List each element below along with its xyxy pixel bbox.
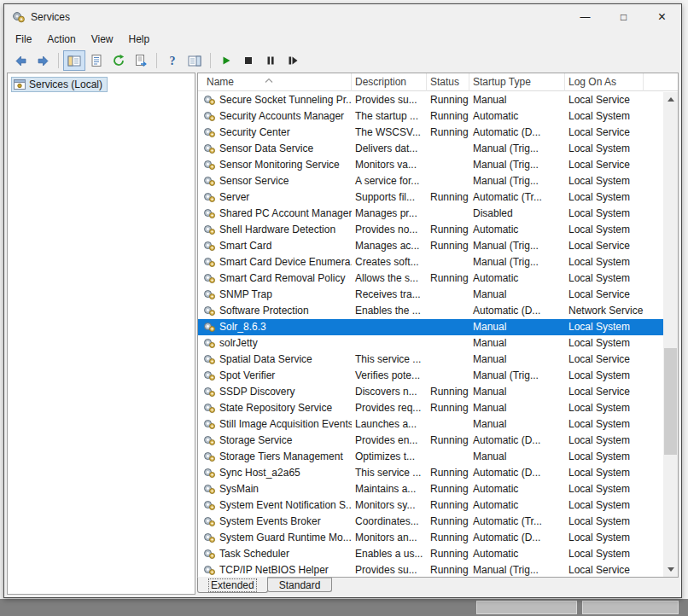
service-log-on-as: Local Service — [565, 125, 644, 141]
column-header-description[interactable]: Description — [352, 73, 427, 91]
table-row[interactable]: Secure Socket Tunneling Pr...Provides su… — [198, 92, 663, 108]
column-header-status[interactable]: Status — [427, 73, 469, 91]
service-log-on-as: Network Service — [565, 303, 644, 319]
table-row[interactable]: Still Image Acquisition EventsLaunches a… — [198, 416, 663, 433]
table-row[interactable]: Spatial Data ServiceThis service ...Manu… — [198, 352, 663, 368]
table-row[interactable]: ServerSupports fil...RunningAutomatic (T… — [198, 189, 663, 206]
column-header-label: Log On As — [568, 76, 616, 88]
scroll-up-button[interactable] — [663, 92, 678, 107]
service-description: Delivers dat... — [352, 141, 427, 157]
table-row[interactable]: Sensor Data ServiceDelivers dat...Manual… — [198, 141, 663, 157]
restart-service-button[interactable] — [282, 50, 304, 71]
table-row[interactable]: solrJettyManualLocal System — [198, 335, 663, 352]
tab-extended[interactable]: Extended — [197, 577, 268, 593]
table-row[interactable]: State Repository ServiceProvides req...R… — [198, 400, 663, 416]
scrollbar-thumb[interactable] — [664, 348, 677, 455]
scroll-down-button[interactable] — [663, 562, 678, 577]
service-log-on-as: Local System — [565, 206, 644, 222]
table-row[interactable]: SSDP DiscoveryDiscovers n...RunningManua… — [198, 384, 663, 400]
table-row[interactable]: Task SchedulerEnables a us...RunningAuto… — [198, 546, 663, 562]
service-name: System Guard Runtime Mo... — [219, 530, 352, 546]
service-name: Sensor Service — [219, 173, 289, 189]
window-controls: — □ × — [566, 4, 681, 30]
service-description — [352, 335, 427, 352]
table-row[interactable]: SNMP TrapReceives tra...ManualLocal Serv… — [198, 287, 663, 303]
action-pane-button[interactable] — [184, 50, 206, 71]
properties-icon — [90, 54, 103, 67]
maximize-button[interactable]: □ — [604, 4, 643, 30]
service-status — [427, 141, 469, 157]
table-row[interactable]: System Event Notification S...Monitors s… — [198, 497, 663, 514]
table-row[interactable]: Spot VerifierVerifies pote...Manual (Tri… — [198, 368, 663, 384]
service-startup-type: Manual — [469, 449, 565, 465]
service-name: SNMP Trap — [219, 287, 272, 303]
sidebar-item-services-local[interactable]: Services (Local) — [11, 77, 108, 92]
service-status: Running — [427, 514, 469, 530]
properties-button[interactable] — [85, 50, 108, 71]
table-row[interactable]: SysMainMaintains a...RunningAutomaticLoc… — [198, 481, 663, 497]
service-name: Smart Card Device Enumera... — [219, 254, 352, 270]
service-startup-type: Automatic — [469, 270, 565, 287]
show-console-tree-button[interactable] — [63, 50, 85, 71]
service-description: Coordinates... — [352, 514, 427, 530]
service-description: This service ... — [352, 465, 427, 481]
tab-standard[interactable]: Standard — [267, 578, 333, 592]
minimize-button[interactable]: — — [566, 4, 604, 30]
service-startup-type: Manual — [469, 287, 565, 303]
table-row[interactable]: Sensor Monitoring ServiceMonitors va...M… — [198, 157, 663, 173]
table-row[interactable]: Shell Hardware DetectionProvides no...Ru… — [198, 222, 663, 238]
service-description: Provides no... — [352, 222, 427, 238]
service-log-on-as: Local System — [565, 270, 644, 287]
service-status: Running — [427, 222, 469, 238]
service-name-cell: Security Center — [198, 125, 352, 141]
service-status — [427, 335, 469, 352]
table-row[interactable]: Storage ServiceProvides en...RunningAuto… — [198, 433, 663, 449]
service-name: Spot Verifier — [219, 368, 275, 384]
table-row[interactable]: TCP/IP NetBIOS HelperProvides su...Runni… — [198, 562, 663, 577]
help-button[interactable]: ? — [161, 50, 184, 71]
refresh-button[interactable] — [108, 50, 130, 71]
table-row[interactable]: Sync Host_a2a65This service ...RunningAu… — [198, 465, 663, 481]
service-description: Provides su... — [352, 92, 427, 108]
service-startup-type: Automatic — [469, 481, 565, 497]
table-row[interactable]: System Events BrokerCoordinates...Runnin… — [198, 514, 663, 530]
table-row[interactable]: Software ProtectionEnables the ...Automa… — [198, 303, 663, 319]
pause-service-button[interactable] — [259, 50, 282, 71]
table-row[interactable]: Smart CardManages ac...RunningManual (Tr… — [198, 238, 663, 254]
service-description: Receives tra... — [352, 287, 427, 303]
table-row[interactable]: Smart Card Device Enumera...Creates soft… — [198, 254, 663, 270]
minimize-icon: — — [580, 11, 591, 23]
forward-button[interactable] — [32, 50, 54, 71]
export-list-button[interactable] — [130, 50, 152, 71]
column-header-name[interactable]: Name — [198, 73, 352, 91]
service-status: Running — [427, 497, 469, 514]
vertical-scrollbar[interactable] — [663, 92, 678, 577]
table-row[interactable]: Sensor ServiceA service for...Manual (Tr… — [198, 173, 663, 189]
service-startup-type: Automatic (Tr... — [469, 189, 565, 206]
back-button[interactable] — [9, 50, 32, 71]
column-header-startup-type[interactable]: Startup Type — [469, 73, 565, 91]
menu-help[interactable]: Help — [121, 32, 158, 47]
close-icon: × — [658, 9, 666, 25]
start-service-button[interactable] — [215, 50, 237, 71]
table-row[interactable]: Storage Tiers ManagementOptimizes t...Ma… — [198, 449, 663, 465]
table-row[interactable]: Shared PC Account ManagerManages pr...Di… — [198, 206, 663, 222]
table-row[interactable]: Security Accounts ManagerThe startup ...… — [198, 108, 663, 125]
service-name: Server — [219, 189, 249, 206]
service-log-on-as: Local System — [565, 108, 644, 125]
toolbar-separator — [210, 53, 211, 68]
service-log-on-as: Local System — [565, 222, 644, 238]
close-button[interactable]: × — [643, 4, 681, 30]
service-gear-icon — [203, 499, 217, 512]
menu-file[interactable]: File — [8, 32, 39, 47]
stop-service-icon — [242, 54, 255, 67]
menu-view[interactable]: View — [84, 32, 121, 47]
table-row[interactable]: Smart Card Removal PolicyAllows the s...… — [198, 270, 663, 287]
table-row[interactable]: Security CenterThe WSCSV...RunningAutoma… — [198, 125, 663, 141]
service-status: Running — [427, 238, 469, 254]
table-row[interactable]: Solr_8.6.3ManualLocal System — [198, 319, 663, 335]
stop-service-button[interactable] — [237, 50, 259, 71]
table-row[interactable]: System Guard Runtime Mo...Monitors an...… — [198, 530, 663, 546]
menu-action[interactable]: Action — [39, 32, 83, 47]
column-header-log-on-as[interactable]: Log On As — [565, 73, 644, 91]
